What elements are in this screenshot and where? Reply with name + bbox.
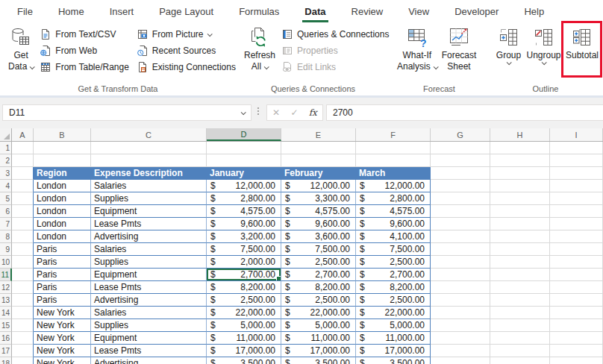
table-header-expense-description[interactable]: Expense Description bbox=[91, 167, 207, 180]
table-header-march[interactable]: March bbox=[356, 167, 431, 180]
cell-E17[interactable]: $17,000.00 bbox=[281, 345, 356, 357]
cell-B5[interactable]: London bbox=[34, 192, 91, 205]
table-header-region[interactable]: Region bbox=[34, 167, 91, 180]
cell-A12[interactable] bbox=[12, 281, 34, 294]
cell-H6[interactable] bbox=[490, 205, 550, 218]
cell-G1[interactable] bbox=[431, 142, 490, 154]
cell-I7[interactable] bbox=[550, 218, 603, 230]
cell-E5[interactable]: $3,300.00 bbox=[281, 192, 356, 205]
tab-file[interactable]: File bbox=[4, 0, 46, 22]
cell-C5[interactable]: Supplies bbox=[91, 192, 207, 205]
column-header-G[interactable]: G bbox=[431, 128, 490, 141]
name-box[interactable]: D11 bbox=[2, 104, 251, 121]
cell-B8[interactable]: London bbox=[34, 230, 91, 243]
cell-F11[interactable]: $2,700.00 bbox=[356, 269, 431, 281]
cell-H12[interactable] bbox=[490, 281, 550, 294]
cell-D12[interactable]: $8,200.00 bbox=[207, 281, 281, 294]
cell-H11[interactable] bbox=[490, 269, 550, 281]
cell-B12[interactable]: Paris bbox=[34, 281, 91, 294]
cell-C18[interactable]: Advertising bbox=[91, 357, 207, 364]
cell-G17[interactable] bbox=[431, 345, 490, 357]
cell-E8[interactable]: $3,600.00 bbox=[281, 230, 356, 243]
cell-D15[interactable]: $5,000.00 bbox=[207, 319, 281, 332]
cell-G12[interactable] bbox=[431, 281, 490, 294]
cell-F5[interactable]: $2,800.00 bbox=[356, 192, 431, 205]
cell-A13[interactable] bbox=[12, 294, 34, 307]
column-header-F[interactable]: F bbox=[356, 128, 431, 141]
cell-A1[interactable] bbox=[12, 142, 34, 154]
column-header-E[interactable]: E bbox=[281, 128, 356, 141]
from-table-range-button[interactable]: From Table/Range bbox=[36, 59, 133, 75]
row-header-13[interactable]: 13 bbox=[0, 294, 12, 307]
cell-D2[interactable] bbox=[207, 154, 281, 167]
cell-A2[interactable] bbox=[12, 154, 34, 167]
cell-F10[interactable]: $2,500.00 bbox=[356, 256, 431, 269]
tab-help[interactable]: Help bbox=[511, 0, 557, 22]
cell-B6[interactable]: London bbox=[34, 205, 91, 218]
cell-E12[interactable]: $8,200.00 bbox=[281, 281, 356, 294]
cell-E14[interactable]: $22,000.00 bbox=[281, 307, 356, 319]
cell-E10[interactable]: $2,500.00 bbox=[281, 256, 356, 269]
row-header-10[interactable]: 10 bbox=[0, 256, 12, 269]
cell-C6[interactable]: Equipment bbox=[91, 205, 207, 218]
cell-H3[interactable] bbox=[490, 167, 550, 180]
row-header-5[interactable]: 5 bbox=[0, 192, 12, 205]
cell-D17[interactable]: $17,000.00 bbox=[207, 345, 281, 357]
cell-B15[interactable]: New York bbox=[34, 319, 91, 332]
cell-B4[interactable]: London bbox=[34, 180, 91, 192]
cell-H15[interactable] bbox=[490, 319, 550, 332]
cell-G2[interactable] bbox=[431, 154, 490, 167]
cell-B16[interactable]: New York bbox=[34, 332, 91, 345]
cell-E15[interactable]: $5,000.00 bbox=[281, 319, 356, 332]
cell-H17[interactable] bbox=[490, 345, 550, 357]
cell-D8[interactable]: $3,200.00 bbox=[207, 230, 281, 243]
cell-I6[interactable] bbox=[550, 205, 603, 218]
cell-G3[interactable] bbox=[431, 167, 490, 180]
cell-H14[interactable] bbox=[490, 307, 550, 319]
cell-B7[interactable]: London bbox=[34, 218, 91, 230]
cell-C17[interactable]: Lease Pmts bbox=[91, 345, 207, 357]
group-button[interactable]: Group bbox=[493, 22, 525, 69]
recent-sources-button[interactable]: Recent Sources bbox=[133, 43, 240, 59]
cell-A11[interactable] bbox=[12, 269, 34, 281]
cell-B17[interactable]: New York bbox=[34, 345, 91, 357]
row-header-14[interactable]: 14 bbox=[0, 307, 12, 319]
column-header-A[interactable]: A bbox=[12, 128, 34, 141]
cell-D10[interactable]: $2,000.00 bbox=[207, 256, 281, 269]
cell-C15[interactable]: Supplies bbox=[91, 319, 207, 332]
cell-F15[interactable]: $5,000.00 bbox=[356, 319, 431, 332]
cell-C8[interactable]: Advertising bbox=[91, 230, 207, 243]
cell-I11[interactable] bbox=[550, 269, 603, 281]
cell-A3[interactable] bbox=[12, 167, 34, 180]
cell-F12[interactable]: $8,200.00 bbox=[356, 281, 431, 294]
cell-F16[interactable]: $11,000.00 bbox=[356, 332, 431, 345]
cell-D13[interactable]: $2,500.00 bbox=[207, 294, 281, 307]
row-header-12[interactable]: 12 bbox=[0, 281, 12, 294]
cell-D14[interactable]: $22,000.00 bbox=[207, 307, 281, 319]
cell-I4[interactable] bbox=[550, 180, 603, 192]
cell-C13[interactable]: Advertising bbox=[91, 294, 207, 307]
cell-F8[interactable]: $4,100.00 bbox=[356, 230, 431, 243]
cell-A10[interactable] bbox=[12, 256, 34, 269]
cell-D7[interactable]: $9,600.00 bbox=[207, 218, 281, 230]
cell-H9[interactable] bbox=[490, 243, 550, 256]
tab-data[interactable]: Data bbox=[292, 0, 338, 22]
cell-I13[interactable] bbox=[550, 294, 603, 307]
refresh-all-button[interactable]: Refresh All bbox=[242, 22, 278, 72]
cell-H1[interactable] bbox=[490, 142, 550, 154]
fx-function-icon[interactable]: fx bbox=[309, 107, 317, 118]
cell-D6[interactable]: $4,575.00 bbox=[207, 205, 281, 218]
cell-H16[interactable] bbox=[490, 332, 550, 345]
cell-G16[interactable] bbox=[431, 332, 490, 345]
cell-I9[interactable] bbox=[550, 243, 603, 256]
cell-G10[interactable] bbox=[431, 256, 490, 269]
cell-G11[interactable] bbox=[431, 269, 490, 281]
formula-input[interactable]: 2700 bbox=[326, 104, 603, 121]
cell-D5[interactable]: $2,800.00 bbox=[207, 192, 281, 205]
cell-C7[interactable]: Lease Pmts bbox=[91, 218, 207, 230]
cell-B13[interactable]: Paris bbox=[34, 294, 91, 307]
cell-I5[interactable] bbox=[550, 192, 603, 205]
cell-E11[interactable]: $2,700.00 bbox=[281, 269, 356, 281]
cell-I18[interactable] bbox=[550, 357, 603, 364]
cell-I2[interactable] bbox=[550, 154, 603, 167]
